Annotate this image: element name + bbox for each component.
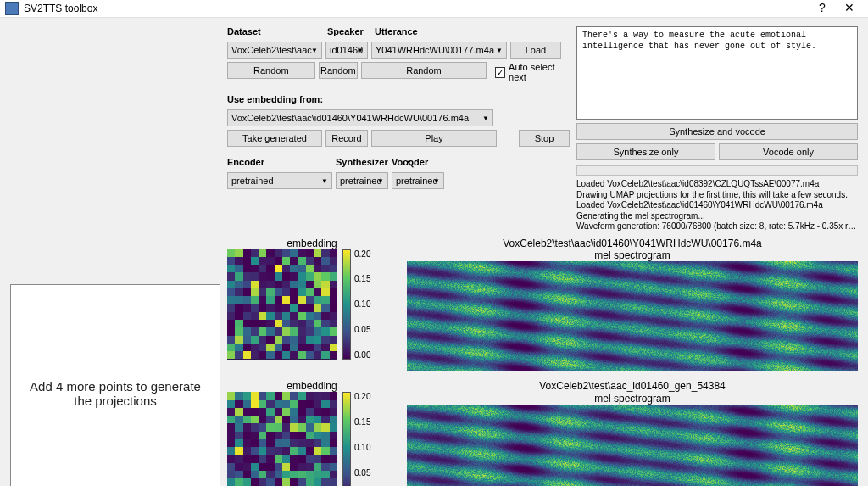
plots-area: embedding 0.20 0.15 0.10 0.05 0.0 <box>227 237 858 487</box>
plot-row-generated: embedding 0.20 0.15 0.10 0.05 0.0 <box>227 380 858 486</box>
embedding-heatmap <box>227 249 337 360</box>
chevron-down-icon: ▼ <box>433 177 440 185</box>
encoder-combo[interactable]: pretrained▼ <box>227 172 332 189</box>
main-panel: Dataset Speaker Utterance VoxCeleb2\test… <box>227 26 858 486</box>
embedding-combo[interactable]: VoxCeleb2\test\aac\id01460\Y041WRHdcWU\0… <box>227 109 493 126</box>
title-bar: SV2TTS toolbox ? ✕ <box>0 0 868 18</box>
log-line: Loaded VoxCeleb2\test\aac\id01460\Y041WR… <box>576 200 858 211</box>
log-output: Loaded VoxCeleb2\test\aac\id08392\CZLQUQ… <box>576 179 858 232</box>
utterance-random-button[interactable]: Random <box>361 62 487 79</box>
vocoder-label: Vocoder <box>392 157 444 167</box>
help-button[interactable]: ? <box>809 0 836 17</box>
colorbar <box>342 249 351 360</box>
log-line: Loaded VoxCeleb2\test\aac\id08392\CZLQUQ… <box>576 179 858 190</box>
chevron-down-icon: ▼ <box>377 177 384 185</box>
left-panel: Add 4 more points to generate the projec… <box>10 26 220 486</box>
spectrogram-file-title: VoxCeleb2\test\aac\id01460\Y041WRHdcWU\0… <box>407 237 858 249</box>
speaker-label: Speaker <box>327 26 370 36</box>
chevron-down-icon: ▼ <box>321 177 328 185</box>
checkbox-icon: ✓ <box>495 67 505 78</box>
speaker-random-button[interactable]: Random <box>319 62 358 79</box>
synthesize-vocode-button[interactable]: Synthesize and vocode <box>576 123 858 140</box>
projection-placeholder-text: Add 4 more points to generate the projec… <box>28 379 203 408</box>
colorbar <box>342 392 351 486</box>
close-button[interactable]: ✕ <box>836 0 863 17</box>
record-button[interactable]: Record <box>326 130 368 147</box>
log-line: Generating the mel spectrogram... <box>576 211 858 222</box>
colorbar-ticks: 0.20 0.15 0.10 0.05 0.00 <box>354 392 370 486</box>
embedding-title: embedding <box>227 237 397 249</box>
embedding-section-label: Use embedding from: <box>227 94 570 104</box>
spectrogram-plot-gen: VoxCeleb2\test\aac_id01460_gen_54384 mel… <box>407 380 858 486</box>
plot-row-original: embedding 0.20 0.15 0.10 0.05 0.0 <box>227 237 858 374</box>
text-input[interactable]: There's a way to measure the acute emoti… <box>576 26 858 120</box>
chevron-down-icon: ▼ <box>311 47 318 54</box>
vocoder-combo[interactable]: pretrained▼ <box>392 172 444 189</box>
dataset-controls: Dataset Speaker Utterance VoxCeleb2\test… <box>227 26 570 232</box>
synthesizer-label: Synthesizer <box>336 157 388 167</box>
embedding-title: embedding <box>227 380 397 392</box>
progress-bar <box>576 165 858 176</box>
spectrogram-label: mel spectrogram <box>407 393 858 405</box>
window-title: SV2TTS toolbox <box>24 3 809 14</box>
synthesizer-combo[interactable]: pretrained▼ <box>336 172 388 189</box>
spectrogram-file-title: VoxCeleb2\test\aac_id01460_gen_54384 <box>407 380 858 392</box>
chevron-down-icon: ▼ <box>482 115 489 122</box>
auto-select-label: Auto select next <box>509 62 570 82</box>
chevron-down-icon: ▼ <box>357 47 364 54</box>
spectrogram-canvas <box>407 261 858 371</box>
load-button[interactable]: Load <box>510 42 561 59</box>
embedding-plot-orig: embedding 0.20 0.15 0.10 0.05 0.0 <box>227 237 397 360</box>
projection-panel: Add 4 more points to generate the projec… <box>10 284 220 486</box>
auto-select-checkbox[interactable]: ✓ Auto select next <box>490 62 570 82</box>
synthesize-only-button[interactable]: Synthesize only <box>576 143 715 160</box>
spectrogram-label: mel spectrogram <box>407 249 858 261</box>
colorbar-ticks: 0.20 0.15 0.10 0.05 0.00 <box>354 249 370 360</box>
utterance-combo[interactable]: Y041WRHdcWU\00177.m4a▼ <box>371 42 507 59</box>
app-window: SV2TTS toolbox ? ✕ ↖ Add 4 more points t… <box>0 0 868 486</box>
log-line: Waveform generation: 76000/76800 (batch … <box>576 221 858 232</box>
utterance-label: Utterance <box>375 26 570 36</box>
log-line: Drawing UMAP projections for the first t… <box>576 190 858 201</box>
take-generated-button[interactable]: Take generated <box>227 130 322 147</box>
dataset-combo[interactable]: VoxCeleb2\test\aac▼ <box>227 42 322 59</box>
synthesis-panel: There's a way to measure the acute emoti… <box>576 26 858 232</box>
stop-button[interactable]: Stop <box>519 130 570 147</box>
embedding-heatmap <box>227 392 337 486</box>
encoder-label: Encoder <box>227 157 332 167</box>
spectrogram-plot-orig: VoxCeleb2\test\aac\id01460\Y041WRHdcWU\0… <box>407 237 858 374</box>
vocode-only-button[interactable]: Vocode only <box>719 143 858 160</box>
play-button[interactable]: Play <box>371 130 497 147</box>
app-icon <box>5 2 19 15</box>
dataset-random-button[interactable]: Random <box>227 62 315 79</box>
dataset-label: Dataset <box>227 26 322 36</box>
chevron-down-icon: ▼ <box>496 47 503 54</box>
embedding-plot-gen: embedding 0.20 0.15 0.10 0.05 0.0 <box>227 380 397 486</box>
spectrogram-canvas <box>407 405 858 486</box>
speaker-combo[interactable]: id01460▼ <box>326 42 368 59</box>
